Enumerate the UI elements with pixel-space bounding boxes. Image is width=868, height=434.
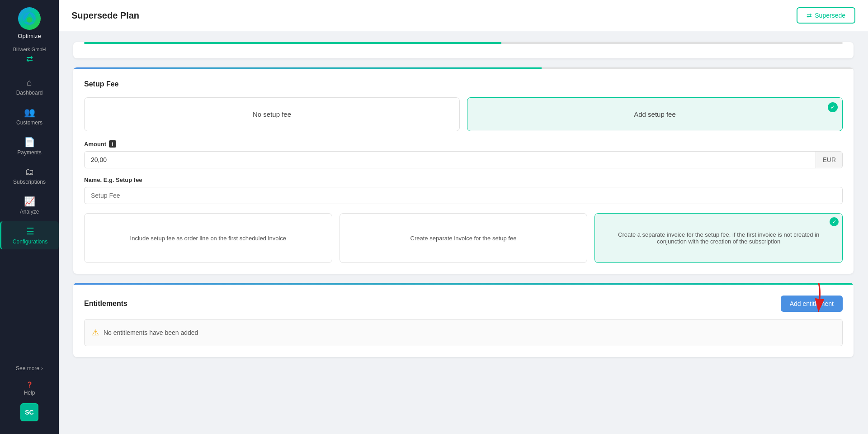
avatar-initials: SC xyxy=(25,409,33,416)
see-more-label: See more xyxy=(16,365,39,372)
no-entitlements-text: No entitlements have been added xyxy=(104,329,198,336)
name-input[interactable] xyxy=(84,187,843,204)
entitlements-card: Entitlements Add entitlement ⚠ No entitl… xyxy=(73,283,854,357)
name-field-group: Name. E.g. Setup fee xyxy=(84,176,843,204)
entitlements-card-body: Entitlements Add entitlement ⚠ No entitl… xyxy=(73,285,854,357)
customers-icon: 👥 xyxy=(24,107,35,118)
sidebar-item-analyze[interactable]: 📈 Analyze xyxy=(0,191,59,219)
amount-input[interactable] xyxy=(85,152,816,168)
dashboard-icon: ⌂ xyxy=(27,77,32,88)
sidebar-item-subscriptions[interactable]: 🗂 Subscriptions xyxy=(0,162,59,190)
sidebar-item-label: Payments xyxy=(17,149,41,156)
progress-fill xyxy=(84,42,501,44)
sidebar-item-dashboard[interactable]: ⌂ Dashboard xyxy=(0,73,59,100)
sidebar-item-label: Analyze xyxy=(20,209,39,215)
add-entitlement-button[interactable]: Add entitlement xyxy=(781,296,843,312)
no-entitlements-message: ⚠ No entitlements have been added xyxy=(84,319,843,346)
add-setup-fee-option[interactable]: ✓ Add setup fee xyxy=(467,97,843,131)
fee-options: No setup fee ✓ Add setup fee xyxy=(84,97,843,131)
no-fee-label: No setup fee xyxy=(253,110,291,118)
amount-input-wrapper: EUR xyxy=(84,151,843,168)
payments-icon: 📄 xyxy=(24,137,35,148)
switch-icon[interactable]: ⇄ xyxy=(26,54,33,64)
name-label: Name. E.g. Setup fee xyxy=(84,176,843,183)
sidebar-bottom: See more › ❓ Help SC xyxy=(0,362,59,427)
check-badge: ✓ xyxy=(828,102,838,112)
subscriptions-icon: 🗂 xyxy=(25,167,34,177)
invoice-options: Include setup fee as order line on the f… xyxy=(84,213,843,263)
sidebar: Optimize Billwerk GmbH ⇄ ⌂ Dashboard 👥 C… xyxy=(0,0,59,434)
invoice-option-2-label: Create separate invoice for the setup fe… xyxy=(410,235,517,242)
help-label: Help xyxy=(24,390,35,396)
supersede-button[interactable]: ⇄ Supersede xyxy=(797,7,855,24)
setup-fee-card-body: Setup Fee No setup fee ✓ Add setup fee A… xyxy=(73,69,854,274)
configurations-icon: ☰ xyxy=(26,226,34,237)
page-title: Supersede Plan xyxy=(71,10,139,21)
invoice-option-3[interactable]: ✓ Create a separate invoice for the setu… xyxy=(594,213,843,263)
amount-label-text: Amount xyxy=(84,141,106,148)
amount-label: Amount i xyxy=(84,140,843,148)
currency-suffix: EUR xyxy=(816,152,842,168)
content-area: Setup Fee No setup fee ✓ Add setup fee A… xyxy=(59,31,868,434)
nav-list: ⌂ Dashboard 👥 Customers 📄 Payments 🗂 Sub… xyxy=(0,73,59,362)
no-setup-fee-option[interactable]: No setup fee xyxy=(84,97,460,131)
help-icon: ❓ xyxy=(26,382,33,388)
sidebar-item-label: Subscriptions xyxy=(13,179,46,185)
add-fee-label: Add setup fee xyxy=(634,110,676,118)
partial-top-card xyxy=(73,42,854,58)
svg-point-2 xyxy=(27,17,32,23)
sidebar-item-customers[interactable]: 👥 Customers xyxy=(0,102,59,130)
sidebar-item-label: Customers xyxy=(16,119,42,126)
user-avatar[interactable]: SC xyxy=(20,403,38,421)
chevron-right-icon: › xyxy=(41,365,43,372)
top-bar: Supersede Plan ⇄ Supersede xyxy=(59,0,868,31)
progress-bar xyxy=(84,42,843,44)
setup-fee-card: Setup Fee No setup fee ✓ Add setup fee A… xyxy=(73,67,854,274)
invoice-option-2[interactable]: Create separate invoice for the setup fe… xyxy=(340,213,588,263)
supersede-icon: ⇄ xyxy=(807,12,812,19)
see-more-link[interactable]: See more › xyxy=(13,362,46,374)
sidebar-item-payments[interactable]: 📄 Payments xyxy=(0,132,59,160)
app-logo xyxy=(18,7,41,30)
amount-info-icon[interactable]: i xyxy=(109,140,116,148)
company-name: Billwerk GmbH xyxy=(9,47,50,52)
amount-field-group: Amount i EUR xyxy=(84,140,843,168)
sidebar-item-label: Dashboard xyxy=(16,90,43,96)
warning-icon: ⚠ xyxy=(92,328,99,338)
invoice-option-1[interactable]: Include setup fee as order line on the f… xyxy=(84,213,332,263)
sidebar-item-configurations[interactable]: ☰ Configurations xyxy=(0,221,59,249)
setup-fee-title: Setup Fee xyxy=(84,80,843,88)
entitlements-title: Entitlements xyxy=(84,300,127,308)
entitlements-header: Entitlements Add entitlement xyxy=(84,296,843,312)
main-content: Supersede Plan ⇄ Supersede Setup Fee No … xyxy=(59,0,868,434)
supersede-button-label: Supersede xyxy=(815,12,845,19)
invoice-option-3-label: Create a separate invoice for the setup … xyxy=(604,231,833,245)
invoice-option-1-label: Include setup fee as order line on the f… xyxy=(130,235,286,242)
sidebar-item-label: Configurations xyxy=(13,238,47,245)
analyze-icon: 📈 xyxy=(24,196,35,207)
invoice-check-badge: ✓ xyxy=(830,217,839,226)
help-item[interactable]: ❓ Help xyxy=(20,378,39,400)
app-name: Optimize xyxy=(18,33,41,39)
